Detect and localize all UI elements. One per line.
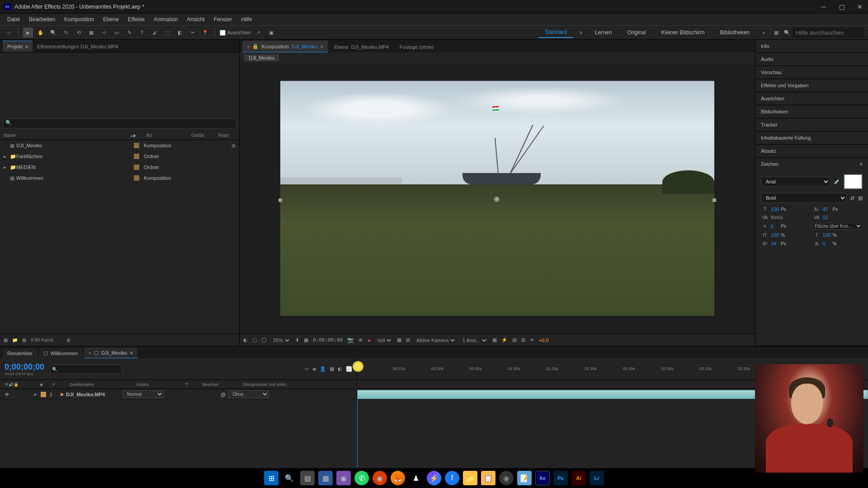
- workspace-lernen[interactable]: Lernen: [589, 28, 618, 38]
- vscale-value[interactable]: 100: [771, 232, 779, 238]
- workspace-biblio[interactable]: Bibliotheken: [714, 28, 756, 38]
- pickwhip-icon[interactable]: @: [221, 392, 226, 397]
- eraser-tool[interactable]: ◧: [175, 28, 185, 38]
- notepad-icon[interactable]: 📝: [517, 471, 532, 485]
- menu-datei[interactable]: Datei: [4, 14, 24, 24]
- panel-menu-icon[interactable]: ≡: [130, 350, 132, 356]
- comp-mini-flowchart-icon[interactable]: ⊹: [305, 366, 309, 372]
- roto-tool[interactable]: ✂: [188, 28, 198, 38]
- breadcrumb-item[interactable]: DJI_Mexiko: [244, 54, 279, 61]
- hand-tool[interactable]: ✋: [36, 28, 46, 38]
- selection-handle-right[interactable]: [712, 198, 716, 202]
- workspace-panel-icon[interactable]: ▦: [771, 28, 781, 38]
- t-header[interactable]: T: [185, 382, 199, 387]
- transparency-grid-icon[interactable]: ▦: [397, 337, 401, 343]
- maximize-button[interactable]: ▢: [837, 2, 846, 11]
- flowchart-icon[interactable]: ⊞: [521, 337, 525, 343]
- comp-tab[interactable]: × 🔒 Komposition DJI_Mexiko ≡: [242, 41, 328, 52]
- rect-tool[interactable]: ▭: [112, 28, 122, 38]
- layer-label-color[interactable]: [41, 392, 46, 397]
- stroke-value[interactable]: 0: [771, 224, 779, 229]
- snap-opt-icon[interactable]: ↗: [254, 28, 264, 38]
- panel-audio[interactable]: Audio: [755, 53, 868, 66]
- header-tag[interactable]: ◆: [132, 133, 146, 138]
- source-header[interactable]: Quellenname: [70, 382, 133, 387]
- workspace-original[interactable]: Original: [621, 28, 652, 38]
- text-tool[interactable]: T: [137, 28, 147, 38]
- draft-3d-icon[interactable]: ◈: [312, 366, 316, 372]
- menu-bearbeiten[interactable]: Bearbeiten: [25, 14, 59, 24]
- exposure-reset-icon[interactable]: ☀: [530, 337, 534, 343]
- lightroom-icon[interactable]: Lr: [590, 471, 604, 485]
- obs-icon[interactable]: ◉: [499, 471, 514, 485]
- brush-tool[interactable]: 🖌: [150, 28, 160, 38]
- taskbar-app-3[interactable]: ◉: [373, 471, 387, 485]
- fill-option-select[interactable]: Fläche über Kon...: [813, 223, 863, 230]
- workspace-standard[interactable]: Standard: [538, 27, 573, 38]
- label-color[interactable]: [134, 154, 139, 159]
- project-item-2[interactable]: ▸ 📁 MEDIEN Ordner: [0, 162, 239, 173]
- photoshop-icon[interactable]: Ps: [553, 471, 568, 485]
- flowchart-icon[interactable]: ⊞: [231, 143, 236, 149]
- show-snapshot-icon[interactable]: 👁: [358, 338, 363, 343]
- current-timecode[interactable]: 0;00;00;00 00000 (59.94 fps): [5, 362, 44, 376]
- baseline-value[interactable]: 34: [771, 241, 779, 246]
- messenger-icon[interactable]: ⚡: [427, 471, 441, 485]
- firefox-icon[interactable]: 🦊: [391, 471, 405, 485]
- parent-select[interactable]: Ohne: [228, 390, 269, 398]
- after-effects-icon[interactable]: Ae: [535, 471, 550, 485]
- project-item-0[interactable]: ▦ DJI_Mexiko Komposition ⊞: [0, 140, 239, 151]
- new-comp-icon[interactable]: ▦: [22, 338, 26, 343]
- header-size[interactable]: Größe: [191, 133, 218, 138]
- motion-blur-icon[interactable]: ◐: [338, 366, 342, 372]
- tab-renderliste[interactable]: Renderliste: [3, 348, 37, 358]
- panel-menu-icon[interactable]: ≡: [25, 44, 28, 49]
- minimize-button[interactable]: ─: [819, 2, 828, 11]
- facebook-icon[interactable]: f: [445, 471, 459, 485]
- res-down-icon[interactable]: ⬇: [295, 337, 299, 343]
- tsume-value[interactable]: 0: [823, 241, 831, 246]
- label-color[interactable]: [134, 175, 139, 181]
- clone-tool[interactable]: ⬚: [162, 28, 172, 38]
- panel-ausrichten[interactable]: Ausrichten: [755, 92, 868, 105]
- panel-info[interactable]: Info: [755, 40, 868, 52]
- twirl-icon[interactable]: ▸: [34, 391, 37, 397]
- mask-icon[interactable]: ◯: [261, 337, 267, 343]
- kerning-value[interactable]: Metrik: [771, 215, 811, 220]
- menu-hilfe[interactable]: Hilfe: [237, 14, 255, 24]
- menu-komposition[interactable]: Komposition: [61, 14, 98, 24]
- rotate-tool[interactable]: ⟲: [74, 28, 84, 38]
- panel-menu-icon[interactable]: ≡: [860, 161, 863, 167]
- start-button[interactable]: ⊞: [264, 471, 278, 485]
- num-header[interactable]: #: [52, 382, 66, 387]
- layer-name[interactable]: ▶ DJI_Mexiko.MP4: [61, 391, 119, 397]
- menu-fenster[interactable]: Fenster: [210, 14, 236, 24]
- zoom-tool[interactable]: 🔍: [48, 28, 58, 38]
- menu-effekte[interactable]: Effekte: [124, 14, 148, 24]
- new-folder-icon[interactable]: 📁: [12, 338, 18, 343]
- close-icon[interactable]: ×: [89, 350, 91, 356]
- panel-zeichen[interactable]: Zeichen ≡: [755, 158, 868, 170]
- help-search[interactable]: [792, 28, 864, 38]
- layer-tab[interactable]: Ebene DJI_Mexiko.MP4: [330, 42, 393, 52]
- whatsapp-icon[interactable]: ✆: [354, 471, 369, 485]
- channel-icon[interactable]: ●: [368, 338, 371, 343]
- header-type[interactable]: Art: [146, 133, 191, 138]
- project-item-1[interactable]: ▸ 📁 Farbflächen Ordner: [0, 151, 239, 162]
- playhead[interactable]: ↖: [353, 361, 363, 372]
- exposure-value[interactable]: +0,0: [539, 338, 549, 343]
- menu-ansicht[interactable]: Ansicht: [183, 14, 208, 24]
- timeline-search[interactable]: [50, 365, 122, 374]
- zoom-select[interactable]: 25%: [271, 337, 291, 343]
- parent-header[interactable]: Übergeordnet und verkn.: [242, 382, 352, 387]
- leading-value[interactable]: 47: [823, 206, 831, 212]
- file-explorer-icon[interactable]: 📁: [463, 471, 477, 485]
- home-tool[interactable]: ⌂: [4, 28, 14, 38]
- viewer-timecode[interactable]: 0;00;00;00: [313, 337, 343, 343]
- snapshot-icon[interactable]: 📷: [347, 337, 354, 343]
- roi-icon[interactable]: ▦: [304, 337, 308, 343]
- project-tab[interactable]: Projekt≡: [3, 41, 33, 52]
- selection-tool[interactable]: ▶: [23, 28, 33, 38]
- menu-ebene[interactable]: Ebene: [99, 14, 123, 24]
- project-search-input[interactable]: [3, 118, 236, 128]
